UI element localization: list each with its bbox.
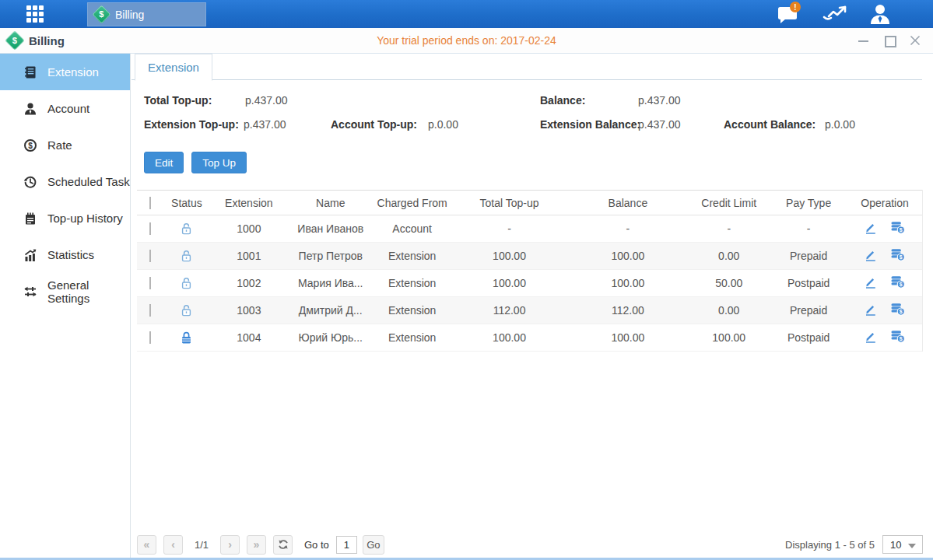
page-indicator: 1/1 [190,539,213,551]
taskbar-tab-label: Billing [115,9,144,21]
top-up-button[interactable]: Top Up [191,152,247,173]
row-checkbox[interactable] [149,277,151,289]
close-button[interactable] [910,35,921,46]
app-grid-icon[interactable] [26,5,53,23]
stat-balance: Balance: p.437.00 [540,94,585,107]
edit-row-icon[interactable] [865,303,877,318]
minimize-button[interactable] [858,35,869,46]
notification-badge: ! [790,2,801,12]
table-row: 1001 Петр Петров Extension 100.00 100.00… [137,243,922,270]
col-charged-from: Charged From [374,197,451,209]
locked-icon [180,331,193,345]
edit-button[interactable]: Edit [144,152,184,173]
col-total-topup: Total Top-up [451,197,568,209]
operation-cell: $ [847,303,922,318]
svg-text:$: $ [900,309,903,315]
window-title: $ Billing [8,28,65,53]
top-up-row-icon[interactable]: $ [890,275,905,291]
first-page-button[interactable]: « [137,535,156,555]
svg-text:$: $ [28,141,33,149]
edit-row-icon[interactable] [865,249,877,264]
operation-cell: $ [847,248,922,264]
sidebar-item-label: Top-up History [47,212,123,225]
balance-cell: - [567,222,688,235]
window-title-label: Billing [29,34,65,47]
sidebar-item-label: Rate [47,138,72,152]
sidebar-item-label: Account [47,102,89,115]
notepad-icon [23,212,37,226]
notifications-icon[interactable]: ! [773,0,804,28]
tab-extension[interactable]: Extension [135,54,212,81]
top-up-row-icon[interactable]: $ [890,303,905,318]
edit-row-icon[interactable] [865,222,877,236]
table-row: 1004 Юрий Юрь... Extension 100.00 100.00… [137,324,922,352]
displaying-text: Displaying 1 - 5 of 5 [785,539,875,551]
pagination-bar: « ‹ 1/1 › » Go to Go Displaying 1 - 5 of… [137,534,923,555]
row-checkbox[interactable] [149,331,151,344]
sidebar-item-rate[interactable]: $ Rate [0,127,130,163]
name-cell: Мария Ива... [288,277,374,289]
sidebar-item-topup-history[interactable]: Top-up History [0,200,130,236]
pay-type-cell: - [770,222,847,235]
user-account-icon[interactable] [865,0,896,28]
operation-cell: $ [847,221,922,236]
sidebar-item-scheduled-task[interactable]: Scheduled Task [0,163,130,200]
sidebar-item-label: General Settings [47,278,130,305]
edit-row-icon[interactable] [865,276,877,291]
taskbar: $ Billing ! [0,0,933,28]
total-topup-cell: 112.00 [451,304,568,317]
extension-cell: 1000 [210,222,288,235]
window-titlebar: Your trial period ends on: 2017-02-24 $ … [0,28,933,54]
refresh-icon [278,539,289,550]
col-status: Status [163,197,210,209]
select-all-checkbox[interactable] [149,197,151,209]
top-up-row-icon[interactable]: $ [890,221,905,236]
svg-text:$: $ [900,282,903,288]
person-icon [23,102,37,116]
prev-page-button[interactable]: ‹ [163,535,183,555]
go-button[interactable]: Go [363,535,384,555]
total-topup-cell: 100.00 [451,277,568,289]
last-page-button[interactable]: » [247,535,266,555]
name-cell: Петр Петров [288,250,374,262]
billing-app-window: $ Billing ! [0,0,933,560]
row-checkbox[interactable] [149,250,151,262]
sidebar-item-account[interactable]: Account [0,90,130,127]
row-checkbox[interactable] [149,304,151,317]
goto-page-input[interactable] [336,536,357,554]
credit-limit-cell: 50.00 [688,277,770,289]
total-topup-cell: 100.00 [451,331,568,344]
window-controls [858,28,921,53]
stat-extension-balance: Extension Balance: p.437.00 [540,118,640,131]
stat-account-topup: Account Top-up: p.0.00 [331,118,417,131]
page-size-select[interactable]: 10 [882,535,923,554]
status-cell [163,303,210,317]
col-name: Name [288,197,374,209]
row-checkbox[interactable] [149,222,151,235]
sidebar-item-extension[interactable]: Extension [0,54,130,90]
refresh-button[interactable] [273,535,293,555]
edit-row-icon[interactable] [865,331,877,345]
ledger-icon [23,65,37,79]
top-up-row-icon[interactable]: $ [890,330,905,345]
name-cell: Иван Иванов [288,222,374,235]
credit-limit-cell: 0.00 [688,250,770,262]
table-row: 1000 Иван Иванов Account - - - - [137,215,922,243]
svg-text:$: $ [900,227,903,233]
sidebar: Extension Account $ Rate Scheduled Task [0,54,131,558]
charged-from-cell: Extension [374,277,451,289]
balance-summary: Total Top-up: p.437.00 Balance: p.437.00… [132,80,933,152]
taskbar-tab-billing[interactable]: $ Billing [87,2,206,26]
sidebar-item-general-settings[interactable]: General Settings [0,273,130,310]
maximize-button[interactable] [884,35,895,46]
stat-account-balance: Account Balance: p.0.00 [724,118,815,131]
charged-from-cell: Extension [374,331,451,344]
balance-cell: 100.00 [567,277,688,289]
sidebar-item-statistics[interactable]: Statistics [0,236,130,273]
action-buttons: Edit Top Up [144,152,247,173]
top-up-row-icon[interactable]: $ [890,248,905,264]
next-page-button[interactable]: › [220,535,240,555]
unlocked-icon [180,249,193,263]
total-topup-cell: 100.00 [451,250,568,262]
activity-chart-icon[interactable] [819,0,851,28]
